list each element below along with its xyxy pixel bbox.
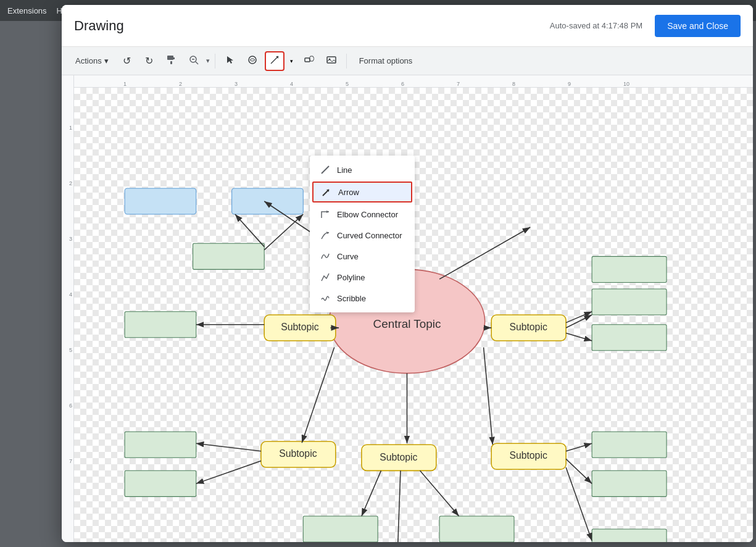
green-right-bottom-2[interactable] (592, 470, 667, 496)
blue-rect-1[interactable] (125, 188, 196, 214)
undo-button[interactable]: ↺ (117, 51, 137, 71)
central-topic-label: Central Topic (373, 317, 441, 330)
toolbar-divider-2 (346, 54, 347, 69)
elbow-label: Elbow Connector (337, 210, 398, 219)
zoom-dropdown[interactable]: ▾ (206, 57, 210, 65)
redo-icon: ↻ (145, 55, 153, 67)
line-tool-icon (270, 55, 280, 67)
arrow-to-green-right-bottom-1 (566, 443, 592, 451)
line-tool-dropdown-button[interactable]: ▾ (287, 51, 297, 71)
scribble-icon (320, 293, 331, 304)
curve-label: Curve (337, 252, 359, 261)
line-tool-button[interactable] (265, 51, 285, 71)
redo-button[interactable]: ↻ (139, 51, 159, 71)
green-bottom-2[interactable] (439, 516, 514, 542)
green-right-top-1[interactable] (592, 256, 667, 282)
line-tool-dropdown-menu: Line Arrow (310, 156, 415, 312)
ruler-mark-7: 7 (457, 81, 460, 87)
zoom-icon (189, 55, 199, 67)
svg-rect-10 (327, 57, 336, 63)
arrow-to-bottom-green-1 (362, 470, 381, 516)
shapes-button[interactable] (299, 51, 319, 71)
green-right-top-2[interactable] (592, 289, 667, 315)
blue-rect-2[interactable] (232, 188, 304, 214)
arrow-to-bottom-green-3 (397, 470, 401, 542)
save-close-button[interactable]: Save and Close (655, 15, 741, 37)
toolbar: Actions ▾ ↺ ↻ (62, 47, 753, 75)
autosave-status: Auto-saved at 4:17:48 PM (550, 21, 642, 30)
green-rect-top-left[interactable] (193, 243, 265, 269)
paint-format-icon (167, 55, 177, 67)
dropdown-item-scribble[interactable]: Scribble (310, 288, 415, 309)
green-left-bottom-2[interactable] (125, 470, 196, 496)
svg-marker-17 (326, 232, 329, 234)
green-right-bottom-3[interactable] (592, 529, 667, 542)
arrow-bottom-left (302, 348, 334, 443)
subtopic-left-label: Subtopic (281, 322, 318, 332)
arrow-to-green-bottom-left-2 (196, 461, 261, 484)
dropdown-item-curved[interactable]: Curved Connector (310, 225, 415, 246)
arrow-to-green-right-bottom-2 (566, 459, 592, 483)
undo-icon: ↺ (123, 55, 131, 67)
ruler-mark-9: 9 (568, 81, 571, 87)
wordart-button[interactable] (243, 51, 262, 71)
subtopic-right-top-label: Subtopic (509, 322, 547, 332)
subtopic-right-bottom-label: Subtopic (509, 450, 547, 461)
arrow-green-to-blue-1 (235, 214, 264, 247)
polyline-icon (320, 272, 331, 283)
ruler-vmark-7: 7 (69, 458, 72, 464)
polyline-label: Polyline (337, 273, 365, 282)
arrow-right-bottom (484, 348, 493, 445)
format-options-button[interactable]: Format options (352, 51, 420, 71)
green-left-1[interactable] (125, 312, 196, 338)
subtopic-bottom-left-label: Subtopic (279, 448, 317, 459)
line-icon (320, 164, 331, 175)
ruler-vmark-3: 3 (69, 236, 72, 242)
svg-line-13 (322, 166, 329, 173)
line-tool-chevron-icon: ▾ (290, 58, 293, 64)
arrow-label: Arrow (338, 188, 359, 197)
scribble-label: Scribble (337, 294, 366, 303)
modal-title: Drawing (74, 18, 550, 34)
svg-rect-0 (167, 56, 173, 60)
arrow-to-bottom-green-2 (420, 470, 459, 516)
line-label: Line (337, 165, 352, 175)
dropdown-item-elbow[interactable]: Elbow Connector (310, 204, 415, 225)
actions-button[interactable]: Actions ▾ (69, 51, 115, 71)
format-options-label: Format options (359, 56, 413, 65)
image-button[interactable] (322, 51, 341, 71)
actions-label: Actions (75, 56, 102, 65)
ruler-mark-4: 4 (290, 81, 293, 87)
curve-icon (320, 251, 331, 262)
green-left-bottom-1[interactable] (125, 432, 196, 457)
ruler-mark-10: 10 (623, 81, 629, 87)
green-right-bottom-1[interactable] (592, 432, 667, 457)
ruler-vmark-2: 2 (69, 180, 72, 186)
green-right-top-3[interactable] (592, 325, 667, 351)
green-bottom-1[interactable] (303, 516, 378, 542)
zoom-button[interactable] (184, 51, 204, 71)
select-button[interactable] (220, 51, 240, 71)
dropdown-item-curve[interactable]: Curve (310, 246, 415, 267)
toolbar-divider-1 (215, 54, 215, 69)
ruler-vmark-6: 6 (69, 403, 72, 409)
arrow-top-right (439, 227, 530, 279)
ruler-mark-8: 8 (512, 81, 515, 87)
arrow-to-green-right-bottom-3 (566, 467, 592, 541)
drawing-modal: Drawing Auto-saved at 4:17:48 PM Save an… (62, 5, 753, 542)
ruler-vmark-4: 4 (69, 291, 72, 298)
dropdown-item-line[interactable]: Line (310, 159, 415, 180)
dropdown-item-polyline[interactable]: Polyline (310, 267, 415, 288)
curved-connector-icon (320, 230, 331, 241)
extensions-menu[interactable]: Extensions (7, 6, 47, 15)
drawing-area[interactable]: 1 2 3 4 5 6 7 8 9 10 1 2 3 4 5 6 7 (62, 75, 753, 542)
ruler-mark-1: 1 (123, 81, 127, 87)
image-icon (326, 55, 336, 67)
actions-chevron-icon: ▾ (104, 56, 109, 65)
select-icon (225, 55, 235, 67)
ruler-horizontal: 1 2 3 4 5 6 7 8 9 10 (74, 75, 753, 88)
svg-line-3 (196, 62, 198, 64)
paint-format-button[interactable] (162, 51, 181, 71)
ruler-mark-6: 6 (401, 81, 404, 87)
dropdown-item-arrow[interactable]: Arrow (312, 182, 412, 203)
